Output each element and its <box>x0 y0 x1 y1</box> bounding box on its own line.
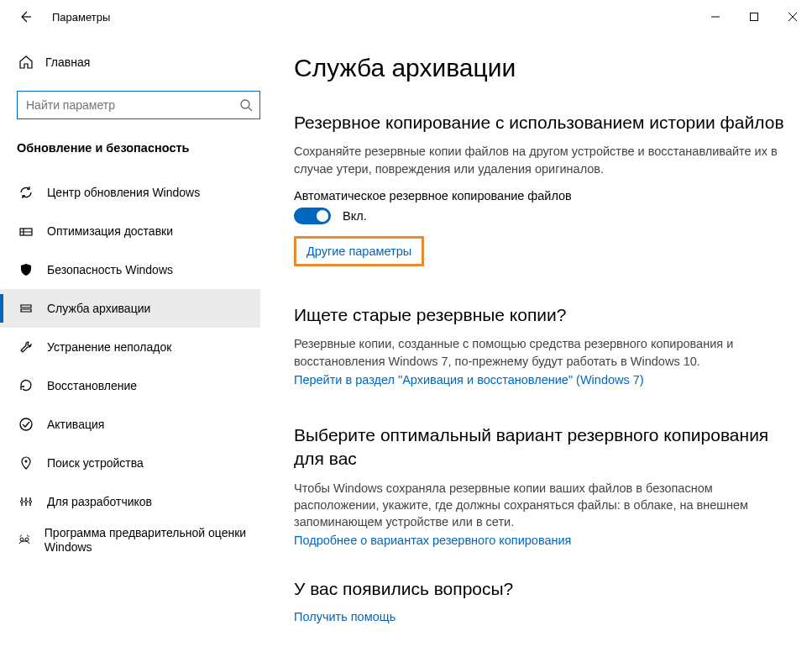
auto-backup-toggle[interactable] <box>294 208 331 224</box>
page-title: Служба архивации <box>294 54 787 82</box>
search-icon <box>239 98 253 112</box>
search-input[interactable] <box>24 97 239 113</box>
section-file-history: Резервное копирование с использованием и… <box>294 111 787 281</box>
sidebar-item-insider-program[interactable]: Программа предварительной оценки Windows <box>0 521 260 560</box>
sidebar-item-recovery[interactable]: Восстановление <box>0 366 260 405</box>
sidebar-item-activation[interactable]: Активация <box>0 405 260 444</box>
insider-icon <box>17 533 33 548</box>
sidebar-item-label: Служба архивации <box>47 302 150 315</box>
section-questions: У вас появились вопросы? Получить помощь <box>294 577 787 623</box>
home-label: Главная <box>45 55 90 69</box>
more-options-link[interactable]: Другие параметры <box>294 236 424 266</box>
svg-point-13 <box>25 538 29 541</box>
sidebar-item-windows-update[interactable]: Центр обновления Windows <box>0 173 260 212</box>
sidebar-item-label: Оптимизация доставки <box>47 224 173 238</box>
sidebar-item-backup[interactable]: Служба архивации <box>0 289 260 328</box>
svg-line-5 <box>249 108 252 111</box>
sidebar-item-label: Центр обновления Windows <box>47 186 200 199</box>
developer-icon <box>17 494 35 509</box>
svg-point-10 <box>25 501 28 503</box>
svg-rect-1 <box>751 13 758 21</box>
get-help-link[interactable]: Получить помощь <box>294 610 787 623</box>
sidebar-item-find-device[interactable]: Поиск устройства <box>0 444 260 482</box>
svg-point-9 <box>21 501 24 503</box>
window-title: Параметры <box>52 11 110 24</box>
minimize-button[interactable] <box>696 3 735 30</box>
delivery-icon <box>17 224 35 239</box>
maximize-button[interactable] <box>735 3 773 30</box>
sidebar-item-troubleshoot[interactable]: Устранение неполадок <box>0 328 260 366</box>
sidebar-item-label: Поиск устройства <box>47 456 144 470</box>
section-heading: Ищете старые резервные копии? <box>294 303 787 327</box>
section-choose-backup: Выберите оптимальный вариант резервного … <box>294 423 787 548</box>
section-old-backups: Ищете старые резервные копии? Резервные … <box>294 303 787 387</box>
sidebar-item-label: Безопасность Windows <box>47 263 173 276</box>
sidebar-item-delivery-optimization[interactable]: Оптимизация доставки <box>0 212 260 250</box>
toggle-state: Вкл. <box>343 209 367 223</box>
window-controls <box>696 3 812 30</box>
location-icon <box>17 455 35 471</box>
svg-point-7 <box>20 418 32 430</box>
sidebar-item-windows-security[interactable]: Безопасность Windows <box>0 250 260 289</box>
win7-backup-restore-link[interactable]: Перейти в раздел "Архивация и восстановл… <box>294 373 787 387</box>
sidebar-item-label: Для разработчиков <box>47 495 152 508</box>
svg-point-4 <box>241 100 249 108</box>
home-link[interactable]: Главная <box>17 45 260 79</box>
section-heading: Резервное копирование с использованием и… <box>294 111 787 134</box>
svg-point-11 <box>29 501 32 503</box>
shield-icon <box>17 262 35 277</box>
search-box[interactable] <box>17 91 260 119</box>
sidebar-item-for-developers[interactable]: Для разработчиков <box>0 482 260 521</box>
content: Служба архивации Резервное копирование с… <box>269 34 812 668</box>
section-heading: У вас появились вопросы? <box>294 577 787 601</box>
sidebar-item-label: Восстановление <box>47 379 137 392</box>
sidebar: Главная Обновление и безопасность Центр … <box>0 34 269 668</box>
sync-icon <box>17 185 35 200</box>
back-button[interactable] <box>17 8 34 25</box>
sidebar-nav: Центр обновления Windows Оптимизация дос… <box>0 173 260 560</box>
sidebar-item-label: Программа предварительной оценки Windows <box>45 526 260 555</box>
sidebar-section-title: Обновление и безопасность <box>17 141 260 155</box>
section-description: Сохраняйте резервные копии файлов на дру… <box>294 143 787 177</box>
section-description: Чтобы Windows сохраняла резервные копии … <box>294 480 787 531</box>
svg-point-8 <box>25 460 28 463</box>
wrench-icon <box>17 339 35 355</box>
learn-more-backup-link[interactable]: Подробнее о вариантах резервного копиров… <box>294 534 787 547</box>
recovery-icon <box>17 378 35 393</box>
backup-icon <box>17 301 35 316</box>
svg-point-12 <box>20 538 24 541</box>
check-circle-icon <box>17 417 35 432</box>
titlebar: Параметры <box>0 0 812 34</box>
toggle-label: Автоматическое резервное копирование фай… <box>294 189 787 203</box>
home-icon <box>17 55 35 70</box>
section-description: Резервные копии, созданные с помощью сре… <box>294 335 787 370</box>
close-button[interactable] <box>773 3 812 30</box>
sidebar-item-label: Активация <box>47 418 104 431</box>
section-heading: Выберите оптимальный вариант резервного … <box>294 423 787 471</box>
sidebar-item-label: Устранение неполадок <box>47 340 171 354</box>
